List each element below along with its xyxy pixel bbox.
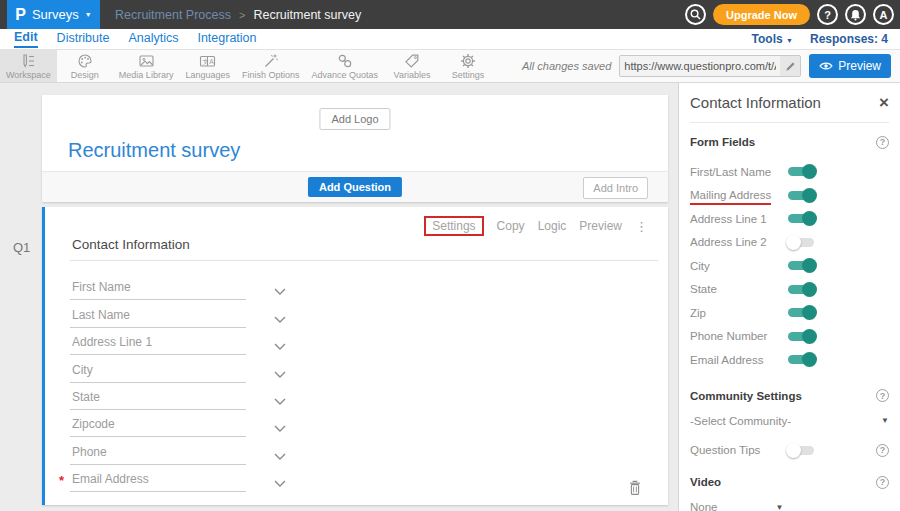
field-label[interactable]: City: [72, 363, 93, 377]
toggle-switch[interactable]: [788, 446, 814, 455]
breadcrumb-folder[interactable]: Recruitment Process: [115, 8, 231, 22]
toggle-row-mailing-address: Mailing Address: [690, 184, 889, 208]
notifications-bell-icon[interactable]: [845, 4, 866, 25]
field-label[interactable]: Zipcode: [72, 417, 115, 431]
toolbar-item-advance-quotas[interactable]: Advance Quotas: [305, 50, 384, 82]
workspace-icon: [20, 53, 36, 69]
toggle-switch[interactable]: [788, 167, 814, 176]
question-preview-link[interactable]: Preview: [579, 219, 622, 233]
toolbar-item-languages[interactable]: 文A Languages: [179, 50, 236, 82]
form-field-row: * Email Address: [70, 465, 286, 492]
form-field-row: * Phone: [70, 437, 286, 464]
help-icon[interactable]: ?: [876, 389, 889, 402]
form-fields-heading: Form Fields: [690, 136, 755, 148]
question-logic-link[interactable]: Logic: [538, 219, 567, 233]
tag-icon: [404, 53, 420, 69]
field-label[interactable]: Email Address: [72, 472, 149, 486]
delete-question-trash-icon[interactable]: [628, 480, 642, 496]
toggle-row-state: State: [690, 278, 889, 302]
toolbar-item-variables[interactable]: Variables: [384, 50, 440, 82]
close-icon[interactable]: ×: [879, 94, 889, 111]
survey-header-card: Add Logo Recruitment survey Add Question…: [42, 95, 668, 202]
search-icon[interactable]: [685, 4, 706, 25]
question-settings-link[interactable]: Settings: [424, 216, 483, 236]
responses-count[interactable]: Responses: 4: [810, 32, 888, 46]
toggle-row-address-line-1: Address Line 1: [690, 207, 889, 231]
chevron-down-icon[interactable]: [274, 288, 286, 296]
svg-text:A: A: [209, 58, 214, 65]
community-settings-heading: Community Settings: [690, 390, 802, 402]
field-label[interactable]: Phone: [72, 445, 107, 459]
preview-button[interactable]: Preview: [809, 54, 891, 78]
add-intro-button[interactable]: Add Intro: [583, 177, 648, 199]
chevron-down-icon[interactable]: [274, 343, 286, 351]
toggle-row-address-line-2: Address Line 2: [690, 231, 889, 255]
toggle-label: Address Line 2: [690, 236, 767, 248]
help-icon[interactable]: ?: [876, 136, 889, 149]
tab-edit[interactable]: Edit: [14, 30, 38, 48]
form-field-toggles: First/Last Name Mailing Address Address …: [690, 160, 889, 372]
save-status: All changes saved: [522, 60, 611, 72]
editor-toolbar: Workspace Design Media Library 文A Langua…: [0, 50, 900, 83]
form-fields-section-head: Form Fields ?: [690, 135, 889, 149]
toggle-row-city: City: [690, 254, 889, 278]
tab-distribute[interactable]: Distribute: [57, 31, 110, 47]
avatar[interactable]: A: [873, 4, 894, 25]
help-icon[interactable]: ?: [817, 4, 838, 25]
toggle-switch[interactable]: [788, 332, 814, 341]
community-select[interactable]: -Select Community- ▼: [690, 412, 889, 430]
toggle-switch[interactable]: [788, 191, 814, 200]
video-select-value: None: [690, 501, 718, 511]
field-label[interactable]: State: [72, 390, 100, 404]
form-field-row: * First Name: [70, 273, 286, 300]
chevron-down-icon[interactable]: [274, 371, 286, 379]
product-menu-label: Surveys: [32, 7, 79, 22]
toolbar-item-media-library[interactable]: Media Library: [113, 50, 180, 82]
tab-integration[interactable]: Integration: [197, 31, 256, 47]
product-menu[interactable]: P Surveys ▼: [7, 0, 100, 29]
chevron-down-icon[interactable]: [274, 480, 286, 488]
form-field-row: * State: [70, 383, 286, 410]
toggle-switch[interactable]: [788, 308, 814, 317]
help-icon[interactable]: ?: [876, 476, 889, 489]
survey-title[interactable]: Recruitment survey: [68, 139, 240, 162]
chevron-down-icon[interactable]: [274, 398, 286, 406]
field-label[interactable]: Address Line 1: [72, 335, 152, 349]
toggle-row-first-last-name: First/Last Name: [690, 160, 889, 184]
toggle-label: State: [690, 283, 717, 295]
toggle-switch[interactable]: [788, 285, 814, 294]
toggle-label: First/Last Name: [690, 166, 771, 178]
chevron-down-icon[interactable]: [274, 316, 286, 324]
upgrade-now-button[interactable]: Upgrade Now: [713, 4, 810, 25]
add-logo-button[interactable]: Add Logo: [319, 108, 390, 130]
video-select[interactable]: None ▼: [690, 498, 889, 511]
survey-url-input[interactable]: [620, 60, 780, 72]
toggle-switch[interactable]: [788, 355, 814, 364]
top-header: P Surveys ▼ Recruitment Process > Recrui…: [0, 0, 900, 29]
chevron-down-icon[interactable]: [274, 453, 286, 461]
question-card: Settings Copy Logic Preview ⋮ Contact In…: [42, 207, 668, 505]
toggle-switch[interactable]: [788, 261, 814, 270]
more-options-dots-icon[interactable]: ⋮: [635, 219, 648, 234]
toolbar-item-design[interactable]: Design: [57, 50, 113, 82]
toolbar-item-settings[interactable]: Settings: [440, 50, 496, 82]
question-actions: Settings Copy Logic Preview ⋮: [424, 216, 648, 236]
toolbar-item-workspace[interactable]: Workspace: [0, 50, 57, 82]
tools-menu[interactable]: Tools ▼: [752, 32, 793, 46]
add-question-button[interactable]: Add Question: [308, 177, 402, 197]
question-title[interactable]: Contact Information: [72, 237, 190, 252]
question-copy-link[interactable]: Copy: [497, 219, 525, 233]
toolbar-item-finish-options[interactable]: Finish Options: [236, 50, 306, 82]
field-label[interactable]: First Name: [72, 280, 131, 294]
chevron-down-icon[interactable]: [274, 425, 286, 433]
chevron-down-icon: ▼: [85, 11, 92, 18]
panel-titlebar: Contact Information ×: [690, 83, 889, 122]
media-library-icon: [138, 53, 155, 69]
field-label[interactable]: Last Name: [72, 308, 130, 322]
help-icon[interactable]: ?: [876, 444, 889, 457]
toggle-row-zip: Zip: [690, 301, 889, 325]
tab-analytics[interactable]: Analytics: [128, 31, 178, 47]
toggle-switch[interactable]: [788, 238, 814, 247]
toggle-switch[interactable]: [788, 214, 814, 223]
edit-url-pencil-icon[interactable]: [780, 56, 800, 76]
